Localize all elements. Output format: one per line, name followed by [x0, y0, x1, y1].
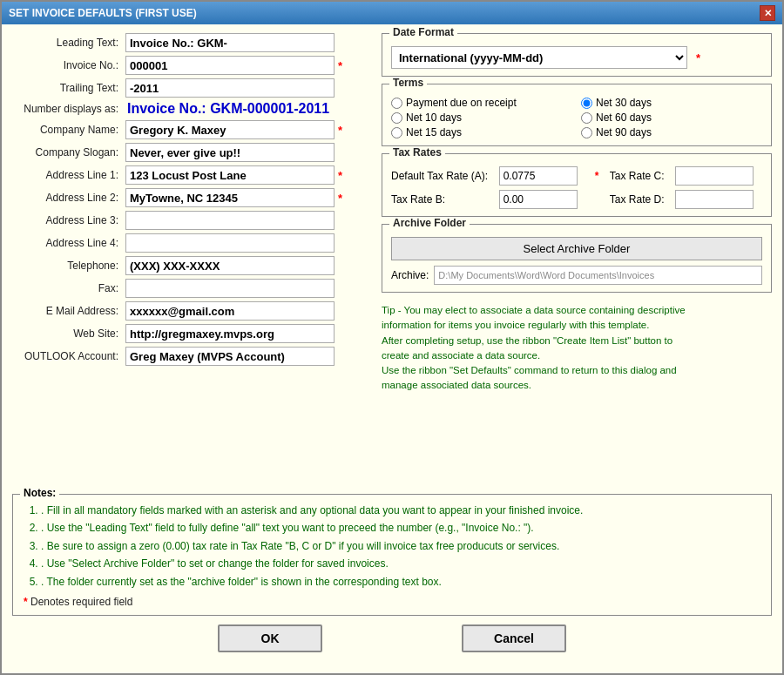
- tip-line4: create and associate a data source.: [382, 348, 772, 363]
- company-name-input[interactable]: [125, 120, 335, 139]
- tip-line2: information for items you invoice regula…: [382, 318, 772, 333]
- terms-option-1: Payment due on receipt: [391, 97, 572, 109]
- tax-d-input[interactable]: [675, 190, 754, 209]
- tax-a-input[interactable]: [499, 166, 578, 186]
- select-archive-folder-button[interactable]: Select Archive Folder: [391, 237, 762, 260]
- leading-text-input[interactable]: [125, 33, 335, 52]
- notes-section: Notes: Fill in all mandatory fields mark…: [12, 494, 772, 616]
- leading-text-row: Leading Text:: [12, 33, 369, 52]
- date-format-legend: Date Format: [389, 26, 457, 38]
- date-format-select[interactable]: International (yyyy-MM-dd) US (MM/dd/yyy…: [391, 46, 687, 69]
- terms-grid: Payment due on receipt Net 30 days Net 1…: [391, 97, 762, 138]
- terms-label-net15: Net 15 days: [406, 126, 462, 138]
- company-slogan-row: Company Slogan:: [12, 143, 369, 162]
- trailing-text-label: Trailing Text:: [12, 82, 125, 94]
- terms-option-net30: Net 30 days: [581, 97, 762, 109]
- terms-label-1: Payment due on receipt: [406, 97, 517, 109]
- terms-radio-net90[interactable]: [581, 127, 592, 138]
- tax-b-label: Tax Rate B:: [391, 193, 494, 206]
- right-panel: Date Format International (yyyy-MM-dd) U…: [382, 33, 772, 487]
- cancel-button[interactable]: Cancel: [462, 624, 566, 652]
- email-row: E Mail Address:: [12, 301, 369, 321]
- invoice-no-label: Invoice No.:: [12, 59, 125, 71]
- tip-line5: Use the ribbon "Set Defaults" command to…: [382, 363, 772, 378]
- invoice-no-required: *: [338, 59, 342, 72]
- address1-required: *: [338, 169, 342, 182]
- address2-label: Address Line 2:: [12, 192, 125, 204]
- telephone-input[interactable]: [125, 256, 335, 275]
- email-label: E Mail Address:: [12, 305, 125, 317]
- telephone-label: Telephone:: [12, 260, 125, 272]
- terms-radio-net10[interactable]: [391, 112, 402, 124]
- website-label: Web Site:: [12, 327, 125, 340]
- address1-row: Address Line 1: *: [12, 165, 369, 185]
- invoice-no-input[interactable]: [125, 56, 335, 75]
- archive-path-input[interactable]: [434, 266, 762, 285]
- tax-rates-legend: Tax Rates: [389, 146, 445, 159]
- tip-line3: After completing setup, use the ribbon "…: [382, 334, 772, 348]
- trailing-text-input[interactable]: [125, 78, 335, 98]
- number-display-label: Number displays as:: [12, 103, 125, 115]
- address1-input[interactable]: [125, 165, 335, 185]
- dialog-content: Leading Text: Invoice No.: * Trailing Te…: [2, 24, 782, 673]
- note-item-2: Use the "Leading Text" field to fully de…: [41, 519, 760, 537]
- address2-row: Address Line 2: *: [12, 188, 369, 207]
- required-note: * Denotes required field: [24, 596, 760, 608]
- archive-folder-legend: Archive Folder: [389, 217, 470, 229]
- invoice-no-row: Invoice No.: *: [12, 56, 369, 75]
- trailing-text-row: Trailing Text:: [12, 78, 369, 98]
- terms-option-net15: Net 15 days: [391, 126, 572, 138]
- address1-label: Address Line 1:: [12, 169, 125, 181]
- tip-line6: manage associated data sources.: [382, 378, 772, 393]
- tax-d-label: Tax Rate D:: [610, 193, 670, 206]
- terms-radio-net30[interactable]: [581, 98, 592, 109]
- terms-radio-1[interactable]: [391, 98, 402, 109]
- address4-input[interactable]: [125, 233, 335, 253]
- ok-button[interactable]: OK: [218, 624, 322, 652]
- outlook-input[interactable]: [125, 347, 335, 366]
- date-format-required: *: [696, 51, 700, 64]
- terms-option-net60: Net 60 days: [581, 111, 762, 124]
- tax-c-input[interactable]: [675, 166, 754, 186]
- tax-a-required: *: [595, 170, 605, 182]
- company-slogan-input[interactable]: [125, 143, 335, 162]
- address4-label: Address Line 4:: [12, 237, 125, 249]
- telephone-row: Telephone:: [12, 256, 369, 275]
- title-bar: SET INVOICE DEFAULTS (FIRST USE) ✕: [2, 2, 782, 24]
- bottom-bar: OK Cancel: [12, 616, 772, 665]
- archive-row: Archive:: [391, 266, 762, 285]
- terms-radio-net60[interactable]: [581, 112, 592, 124]
- leading-text-label: Leading Text:: [12, 37, 125, 49]
- notes-legend: Notes:: [20, 487, 59, 499]
- number-display-value: Invoice No.: GKM-000001-2011: [127, 101, 329, 117]
- required-note-text: Denotes required field: [30, 596, 132, 608]
- tax-rates-section: Tax Rates Default Tax Rate (A): * Tax Ra…: [382, 153, 772, 217]
- tip-text: Tip - You may elect to associate a data …: [382, 303, 772, 394]
- address3-row: Address Line 3:: [12, 211, 369, 230]
- email-input[interactable]: [125, 301, 335, 321]
- terms-radio-net15[interactable]: [391, 127, 402, 138]
- address2-input[interactable]: [125, 188, 335, 207]
- dialog-title: SET INVOICE DEFAULTS (FIRST USE): [9, 7, 197, 19]
- note-item-5: The folder currently set as the "archive…: [41, 573, 760, 591]
- tax-b-input[interactable]: [499, 190, 578, 209]
- required-star-note: *: [24, 596, 28, 608]
- notes-list: Fill in all mandatory fields marked with…: [24, 502, 760, 591]
- archive-label: Archive:: [391, 269, 429, 281]
- tax-rates-grid: Default Tax Rate (A): * Tax Rate C: Tax …: [391, 166, 762, 209]
- main-area: Leading Text: Invoice No.: * Trailing Te…: [12, 33, 772, 487]
- close-button[interactable]: ✕: [760, 5, 775, 21]
- terms-option-net10: Net 10 days: [391, 111, 572, 124]
- company-name-label: Company Name:: [12, 124, 125, 136]
- address3-input[interactable]: [125, 211, 335, 230]
- tip-line1: Tip - You may elect to associate a data …: [382, 303, 772, 318]
- website-row: Web Site:: [12, 324, 369, 343]
- fax-input[interactable]: [125, 279, 335, 298]
- date-format-row: International (yyyy-MM-dd) US (MM/dd/yyy…: [391, 46, 762, 69]
- website-input[interactable]: [125, 324, 335, 343]
- archive-folder-section: Archive Folder Select Archive Folder Arc…: [382, 224, 772, 293]
- company-slogan-label: Company Slogan:: [12, 146, 125, 159]
- terms-option-net90: Net 90 days: [581, 126, 762, 138]
- note-item-3: Be sure to assign a zero (0.00) tax rate…: [41, 537, 760, 555]
- note-item-4: Use "Select Archive Folder" to set or ch…: [41, 555, 760, 572]
